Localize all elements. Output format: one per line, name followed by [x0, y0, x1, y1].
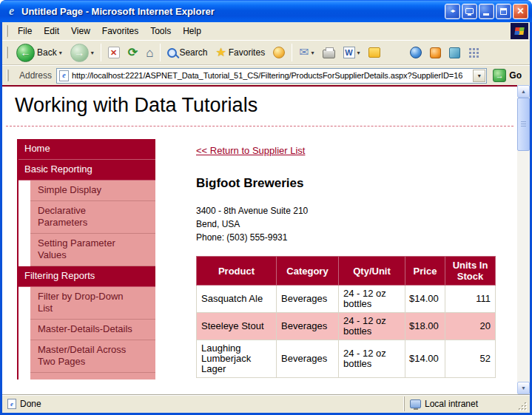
- menu-edit[interactable]: Edit: [38, 24, 65, 38]
- addon-grid-button[interactable]: [465, 41, 483, 64]
- sidebar-item-declarative-parameters[interactable]: Declarative Parameters: [30, 201, 155, 234]
- forward-icon: →: [70, 44, 89, 62]
- column-header-price: Price: [405, 257, 445, 286]
- supplier-phone: Phone: (503) 555-9931: [196, 231, 496, 244]
- address-dropdown-button[interactable]: ▾: [473, 70, 485, 82]
- page-title: Working with Data Tutorials: [15, 94, 517, 117]
- addon-button-1[interactable]: [426, 41, 445, 64]
- scrollbar-thumb[interactable]: [517, 98, 530, 151]
- cell-qty: 24 - 12 oz bottles: [339, 313, 405, 340]
- word-icon: W: [343, 47, 355, 58]
- menu-file[interactable]: File: [12, 24, 38, 38]
- ie-page-glyph: e: [62, 72, 65, 79]
- messenger-button[interactable]: [406, 41, 425, 64]
- sidebar-item-setting-parameter-values[interactable]: Setting Parameter Values: [30, 234, 155, 266]
- menu-view[interactable]: View: [65, 24, 96, 38]
- mail-button[interactable]: ✉ ▾: [295, 41, 317, 64]
- menubar-grip-handle[interactable]: [6, 25, 8, 37]
- products-table: Product Category Qty/Unit Price Units In…: [196, 256, 496, 378]
- home-button[interactable]: ⌂: [142, 41, 157, 64]
- cell-category: Beverages: [277, 340, 339, 378]
- back-button[interactable]: ← Back ▾: [13, 41, 66, 64]
- menu-help[interactable]: Help: [177, 24, 207, 38]
- back-arrow-glyph: ←: [21, 47, 31, 58]
- sidebar-item-cutoff[interactable]: [30, 373, 155, 379]
- web-page: Working with Data Tutorials Home Basic R…: [2, 85, 517, 394]
- pane-arrows-button[interactable]: ◂▸: [445, 4, 460, 19]
- print-button[interactable]: [319, 41, 339, 64]
- cell-product: Laughing Lumberjack Lager: [197, 340, 277, 378]
- column-header-qty-unit: Qty/Unit: [339, 257, 405, 286]
- vertical-scrollbar[interactable]: ▲ ▼: [517, 85, 530, 394]
- minimize-icon: [483, 13, 489, 16]
- close-button[interactable]: ✕: [513, 4, 528, 19]
- sidebar-item-filter-by-dropdown-list[interactable]: Filter by Drop-Down List: [30, 287, 155, 320]
- cell-units: 52: [445, 340, 496, 378]
- monitor-button[interactable]: [462, 4, 477, 19]
- close-icon: ✕: [516, 7, 524, 16]
- ie-page-glyph: e: [10, 401, 13, 408]
- security-zone-pane: Local intranet: [404, 397, 514, 411]
- media-button[interactable]: [269, 41, 289, 64]
- minimize-button[interactable]: [479, 4, 494, 19]
- discuss-button[interactable]: [365, 41, 384, 64]
- refresh-icon: ⟳: [128, 47, 138, 58]
- back-icon: ←: [16, 44, 35, 62]
- sidebar-item-master-detail-two-pages[interactable]: Master/Detail Across Two Pages: [30, 340, 155, 373]
- edit-with-word-button[interactable]: W ▾: [340, 41, 364, 64]
- addon-button-2[interactable]: [445, 41, 464, 64]
- page-top-rule: [2, 85, 517, 87]
- menu-tools[interactable]: Tools: [144, 24, 177, 38]
- sidebar-item-master-details-details[interactable]: Master-Details-Details: [30, 320, 155, 340]
- refresh-button[interactable]: ⟳: [124, 41, 141, 64]
- search-label: Search: [179, 47, 207, 58]
- address-input[interactable]: e http://localhost:2221/ASPNET_Data_Tuto…: [56, 68, 487, 84]
- stop-button[interactable]: ✕: [104, 41, 124, 64]
- cell-product: Sasquatch Ale: [197, 286, 277, 313]
- forward-dropdown-icon: ▾: [91, 50, 94, 56]
- cell-product: Steeleye Stout: [197, 313, 277, 340]
- column-header-category: Category: [277, 257, 339, 286]
- resize-grip[interactable]: [517, 401, 528, 411]
- maximize-button[interactable]: [496, 4, 511, 19]
- address-label: Address: [19, 70, 52, 81]
- favorites-button[interactable]: ★ Favorites: [212, 41, 269, 64]
- sidebar-item-filtering-reports[interactable]: Filtering Reports: [17, 266, 155, 287]
- cell-price: $18.00: [405, 313, 445, 340]
- maximize-icon: [500, 8, 507, 15]
- sidebar-item-home[interactable]: Home: [17, 139, 155, 160]
- forward-arrow-glyph: →: [74, 47, 84, 58]
- forward-button[interactable]: → ▾: [67, 41, 98, 64]
- zone-text: Local intranet: [425, 399, 478, 409]
- toolbar-separator: [160, 44, 161, 61]
- grid-icon: [469, 48, 479, 58]
- status-text: Done: [20, 399, 41, 409]
- orange-addon-icon: [430, 47, 441, 58]
- scroll-down-button[interactable]: ▼: [517, 382, 530, 394]
- search-button[interactable]: Search: [164, 41, 211, 64]
- sidebar-item-basic-reporting[interactable]: Basic Reporting: [17, 160, 155, 180]
- mail-dropdown-icon: ▾: [312, 50, 314, 56]
- word-dropdown-icon: ▾: [357, 50, 360, 56]
- go-button[interactable]: → Go: [491, 68, 526, 83]
- addressbar-grip-handle[interactable]: [7, 70, 9, 81]
- table-row: Sasquatch Ale Beverages 24 - 12 oz bottl…: [197, 286, 496, 313]
- supplier-name: Bigfoot Breweries: [196, 176, 496, 191]
- cell-price: $14.00: [405, 286, 445, 313]
- menu-bar: File Edit View Favorites Tools Help: [2, 22, 530, 40]
- local-intranet-icon: [410, 399, 421, 408]
- menu-favorites[interactable]: Favorites: [96, 24, 144, 38]
- column-header-units-in-stock: Units In Stock: [445, 257, 496, 286]
- return-to-supplier-list-link[interactable]: << Return to Supplier List: [196, 145, 305, 156]
- table-row: Laughing Lumberjack Lager Beverages 24 -…: [197, 340, 496, 378]
- toolbar-grip-handle[interactable]: [6, 47, 8, 58]
- cell-price: $14.00: [405, 340, 445, 378]
- scrollbar-track[interactable]: [517, 98, 530, 382]
- supplier-address-line-1: 3400 - 8th Avenue Suite 210: [196, 204, 496, 217]
- toolbar-separator: [101, 44, 101, 61]
- pane-arrows-icon: ◂▸: [450, 8, 454, 14]
- scroll-up-button[interactable]: ▲: [517, 85, 530, 98]
- sidebar-item-simple-display[interactable]: Simple Display: [30, 180, 155, 201]
- address-url-text: http://localhost:2221/ASPNET_Data_Tutori…: [72, 71, 470, 80]
- title-bar[interactable]: e Untitled Page - Microsoft Internet Exp…: [0, 0, 532, 22]
